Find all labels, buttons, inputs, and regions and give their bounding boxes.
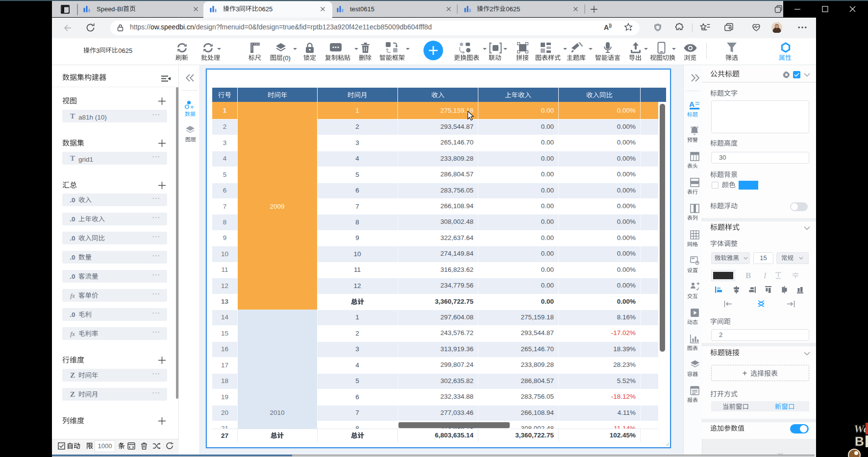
svg-text:A: A [689, 100, 694, 108]
svg-text:B: B [855, 434, 864, 449]
